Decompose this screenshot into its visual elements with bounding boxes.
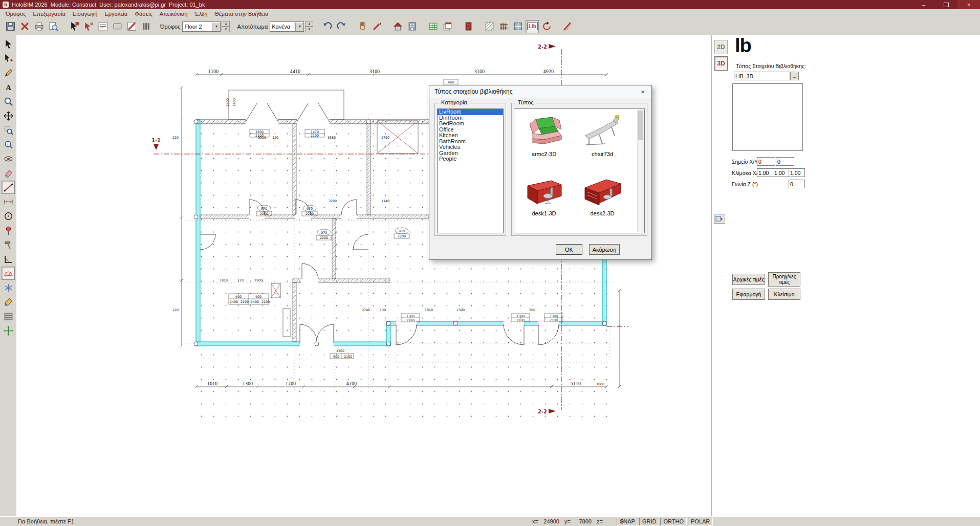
pin-button[interactable] xyxy=(2,224,15,237)
category-item[interactable]: LivRoom xyxy=(438,109,503,115)
library-tool-button[interactable]: Lib xyxy=(526,20,539,33)
select-button[interactable] xyxy=(2,37,15,51)
thumbnail-chair73d[interactable]: chair73d xyxy=(576,113,629,157)
scale-y-input[interactable] xyxy=(773,168,789,177)
slab-button[interactable] xyxy=(111,20,124,33)
floor-spinner[interactable]: ▲ ▼ xyxy=(222,21,230,32)
snow-button[interactable] xyxy=(2,281,15,294)
type-scrollbar[interactable] xyxy=(637,109,644,232)
chevron-down-icon[interactable]: ▼ xyxy=(212,23,220,31)
line-button[interactable] xyxy=(2,181,15,194)
slope-button[interactable] xyxy=(561,20,574,33)
category-item[interactable]: BedRoom xyxy=(438,121,503,127)
zoom-button[interactable] xyxy=(2,95,15,108)
angle-input[interactable] xyxy=(789,180,805,188)
menu-item[interactable]: Θέματα στην Βοήθεια xyxy=(211,10,272,17)
circle-button[interactable] xyxy=(2,209,15,223)
point-x-input[interactable] xyxy=(757,157,775,166)
library-listbox[interactable] xyxy=(732,83,803,151)
menu-item[interactable]: Απεικόνιση xyxy=(156,10,191,17)
zoom-window-button[interactable] xyxy=(2,123,15,137)
menu-item[interactable]: Όροφος xyxy=(2,10,29,17)
close-button[interactable] xyxy=(18,20,31,33)
apply-button[interactable]: Εφαρμογή xyxy=(732,289,765,300)
pan-button[interactable] xyxy=(356,20,369,33)
status-toggle[interactable]: ORTHO xyxy=(660,518,687,525)
menu-item[interactable]: Φάσεις xyxy=(131,10,156,17)
text-button[interactable]: A xyxy=(2,80,15,94)
maximize-button[interactable] xyxy=(935,0,957,9)
thumbnail-desk1-3d[interactable]: desk1-3D xyxy=(517,172,571,216)
menu-item[interactable]: Επεξεργασία xyxy=(29,10,69,17)
panel-close-button[interactable]: Κλείσιμο xyxy=(768,289,800,300)
paint-button[interactable] xyxy=(370,20,383,33)
scrollbar-thumb[interactable] xyxy=(638,111,643,140)
angle-button[interactable] xyxy=(2,252,15,266)
gross-belad-button[interactable] xyxy=(96,20,110,33)
floor-select[interactable]: Floor 2 ▼ xyxy=(182,21,221,32)
print-button[interactable] xyxy=(32,20,46,33)
minimize-button[interactable]: – xyxy=(912,0,935,9)
point-y-input[interactable] xyxy=(776,157,794,166)
fence-button[interactable] xyxy=(497,20,510,33)
roof-button[interactable] xyxy=(391,20,404,33)
chevron-down-icon[interactable]: ▼ xyxy=(295,23,303,31)
view-2d-button[interactable]: 2D xyxy=(714,40,728,54)
beam-button[interactable] xyxy=(125,20,138,33)
zoom-extents-button[interactable] xyxy=(2,138,15,151)
save-button[interactable] xyxy=(4,20,17,33)
category-item[interactable]: Kitchen xyxy=(438,133,503,139)
stack-button[interactable] xyxy=(2,310,15,323)
column-button[interactable] xyxy=(139,20,153,33)
lattice-button[interactable] xyxy=(483,20,496,33)
brush-button[interactable] xyxy=(2,295,15,309)
building-button[interactable] xyxy=(405,20,419,33)
hammer-button[interactable] xyxy=(2,238,15,251)
library-type-input[interactable] xyxy=(734,72,790,80)
footprint-select[interactable]: Κανένα ▼ xyxy=(270,21,304,32)
pencil-button[interactable] xyxy=(2,66,15,79)
menu-item[interactable]: Εισαγωγή xyxy=(69,10,101,17)
spin-down-icon[interactable]: ▼ xyxy=(222,27,230,32)
table-button[interactable] xyxy=(426,20,440,33)
dialog-titlebar[interactable]: Τύπος στοιχείου βιβλιοθήκης × xyxy=(429,85,651,98)
undo-button[interactable] xyxy=(320,20,334,33)
layers-button[interactable] xyxy=(441,20,454,33)
cancel-button[interactable]: Ακύρωση xyxy=(589,244,620,255)
thumbnail-desk2-3d[interactable]: desk2-3D xyxy=(576,172,629,216)
eraser-button[interactable] xyxy=(2,166,15,180)
select-plus-button[interactable] xyxy=(2,52,15,65)
preview-button[interactable] xyxy=(47,20,60,33)
close-button[interactable]: × xyxy=(957,0,980,9)
dialog-close-button[interactable]: × xyxy=(634,85,651,98)
category-list[interactable]: LivRoomDinRoomBedRoomOfficeKitchenBathRo… xyxy=(437,108,504,233)
footprint-spinner[interactable]: ▲ ▼ xyxy=(305,21,313,32)
redo-button[interactable] xyxy=(335,20,348,33)
select-red-button[interactable] xyxy=(68,20,81,33)
pan-tool-button[interactable] xyxy=(2,109,15,122)
window-button[interactable] xyxy=(511,20,525,33)
panel-toggle-button[interactable] xyxy=(714,214,725,224)
status-toggle[interactable]: POLAR xyxy=(688,518,713,525)
scale-x-input[interactable] xyxy=(757,168,773,177)
rotate-button[interactable] xyxy=(540,20,553,33)
spin-up-icon[interactable]: ▲ xyxy=(222,21,230,27)
scale-z-input[interactable] xyxy=(789,168,805,177)
door-button[interactable] xyxy=(462,20,475,33)
initial-values-button[interactable]: Αρχικές τιμές xyxy=(732,274,765,285)
orbit-button[interactable] xyxy=(2,152,15,165)
ok-button[interactable]: OK xyxy=(556,244,582,255)
status-toggle[interactable]: SNAP xyxy=(617,518,638,525)
status-toggle[interactable]: GRID xyxy=(639,518,660,525)
browse-button[interactable]: ... xyxy=(790,72,799,80)
pointer-red-button[interactable] xyxy=(82,20,95,33)
category-item[interactable]: People xyxy=(438,156,503,162)
spin-down-icon[interactable]: ▼ xyxy=(305,27,313,32)
spin-up-icon[interactable]: ▲ xyxy=(305,21,313,27)
view-3d-button[interactable]: 3D xyxy=(714,56,728,71)
menu-item[interactable]: Εργαλεία xyxy=(101,10,131,17)
menu-item[interactable]: Έλξη xyxy=(191,10,211,17)
protractor-button[interactable] xyxy=(2,267,15,280)
move-button[interactable] xyxy=(2,324,15,337)
dimension-button[interactable] xyxy=(2,195,15,208)
